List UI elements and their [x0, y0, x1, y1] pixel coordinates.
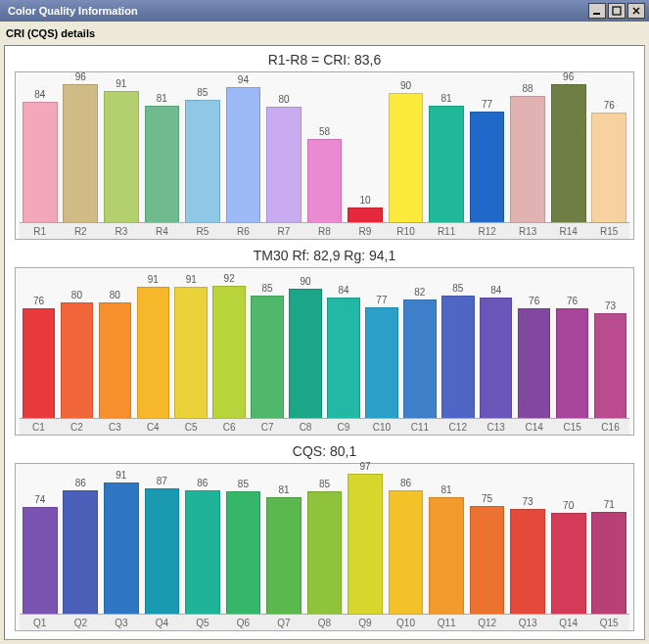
chart-title: CQS: 80,1	[15, 443, 634, 459]
category-label: C1	[20, 418, 58, 435]
bar-column: 96R14	[548, 78, 589, 239]
bar-wrap: 96	[61, 78, 102, 222]
bar-value-label: 85	[452, 283, 463, 294]
minimize-button[interactable]	[588, 3, 606, 19]
bar: 77	[365, 307, 397, 418]
bar: 91	[137, 287, 169, 418]
bar-value-label: 80	[278, 94, 289, 105]
bar-column: 91Q3	[101, 470, 142, 630]
bar: 77	[470, 112, 505, 222]
bar: 76	[591, 113, 626, 222]
bar: 90	[389, 93, 424, 222]
category-label: R12	[467, 222, 508, 239]
bar-column: 97Q9	[345, 470, 386, 630]
category-label: C11	[400, 418, 439, 435]
bar: 86	[63, 490, 98, 614]
bar: 85	[441, 296, 474, 418]
bar-column: 81Q7	[263, 470, 304, 630]
bar-column: 76R15	[588, 78, 629, 239]
bar-value-label: 85	[262, 283, 273, 294]
bar: 82	[403, 299, 436, 418]
category-label: R4	[142, 222, 183, 239]
bar-value-label: 73	[605, 300, 616, 311]
chart-title: TM30 Rf: 82,9 Rg: 94,1	[15, 248, 634, 263]
category-label: R8	[304, 222, 346, 239]
bar-column: 94R6	[223, 78, 264, 239]
bar-column: 81R11	[426, 78, 467, 239]
bar-wrap: 82	[400, 274, 439, 418]
bar-value-label: 84	[490, 285, 501, 296]
bar: 85	[226, 491, 261, 614]
bar-wrap: 85	[182, 78, 223, 222]
bar: 80	[61, 302, 93, 418]
bar: 81	[429, 106, 464, 222]
panel-subtitle: CRI (CQS) details	[4, 23, 645, 45]
bar-wrap: 75	[467, 470, 508, 614]
bar-wrap: 90	[386, 78, 427, 222]
bar-wrap: 74	[20, 470, 61, 614]
bar-column: 77R12	[467, 78, 508, 239]
bar: 10	[348, 207, 383, 222]
bar: 76	[556, 308, 588, 418]
bar-wrap: 85	[304, 470, 346, 614]
bar-wrap: 91	[101, 470, 142, 614]
bar-column: 91C5	[172, 274, 210, 435]
bar-wrap: 88	[507, 78, 548, 222]
bar-wrap: 10	[345, 78, 386, 222]
category-label: Q12	[467, 614, 508, 630]
category-label: R11	[426, 222, 467, 239]
category-label: C3	[96, 418, 134, 435]
chart-block: TM30 Rf: 82,9 Rg: 94,176C180C280C391C491…	[15, 248, 634, 436]
category-label: R2	[61, 222, 102, 239]
bar-column: 87Q4	[142, 470, 183, 630]
category-label: Q9	[345, 614, 386, 630]
category-label: C7	[249, 418, 287, 435]
bar-wrap: 96	[548, 78, 589, 222]
category-label: C14	[515, 418, 553, 435]
bar-value-label: 76	[33, 296, 44, 306]
window-title: Color Quality Information	[4, 5, 588, 17]
bar-column: 81R4	[142, 78, 183, 239]
bar-wrap: 91	[172, 274, 210, 418]
bar: 84	[23, 102, 58, 222]
bar-wrap: 76	[515, 274, 553, 418]
bar-wrap: 81	[142, 78, 183, 222]
bar: 96	[63, 84, 98, 222]
bar-wrap: 80	[96, 274, 134, 418]
bar-wrap: 90	[287, 274, 325, 418]
bar-wrap: 80	[263, 78, 304, 222]
bar-column: 84R1	[20, 78, 61, 239]
bar: 76	[518, 308, 550, 418]
bar-wrap: 58	[304, 78, 346, 222]
bar-column: 75Q12	[467, 470, 508, 630]
bar-value-label: 81	[441, 93, 452, 104]
maximize-button[interactable]	[608, 3, 626, 19]
bar-value-label: 86	[197, 478, 208, 488]
bar-column: 71Q15	[588, 470, 629, 630]
bar-wrap: 77	[467, 78, 508, 222]
close-button[interactable]	[627, 3, 645, 19]
bar-wrap: 77	[362, 274, 400, 418]
bar-value-label: 88	[523, 83, 533, 94]
bar-value-label: 70	[563, 500, 574, 511]
bar-column: 85Q6	[223, 470, 264, 630]
bar: 80	[266, 107, 301, 222]
category-label: Q11	[426, 614, 467, 630]
bar-column: 80C3	[96, 274, 134, 435]
bar-column: 81Q11	[426, 470, 467, 630]
bar: 96	[551, 84, 586, 222]
bar-value-label: 82	[414, 287, 425, 298]
bar-column: 96R2	[61, 78, 102, 239]
chart-block: CQS: 80,174Q186Q291Q387Q486Q585Q681Q785Q…	[15, 443, 634, 631]
category-label: R10	[386, 222, 427, 239]
bar-column: 80R7	[263, 78, 304, 239]
bar-wrap: 94	[223, 78, 264, 222]
bar-value-label: 94	[238, 74, 249, 85]
bar-value-label: 76	[604, 100, 615, 111]
bar: 85	[251, 296, 283, 418]
bar: 80	[99, 302, 131, 418]
bar: 81	[429, 497, 464, 614]
bar-column: 86Q2	[61, 470, 102, 630]
bar-value-label: 84	[34, 89, 45, 100]
category-label: C6	[210, 418, 249, 435]
